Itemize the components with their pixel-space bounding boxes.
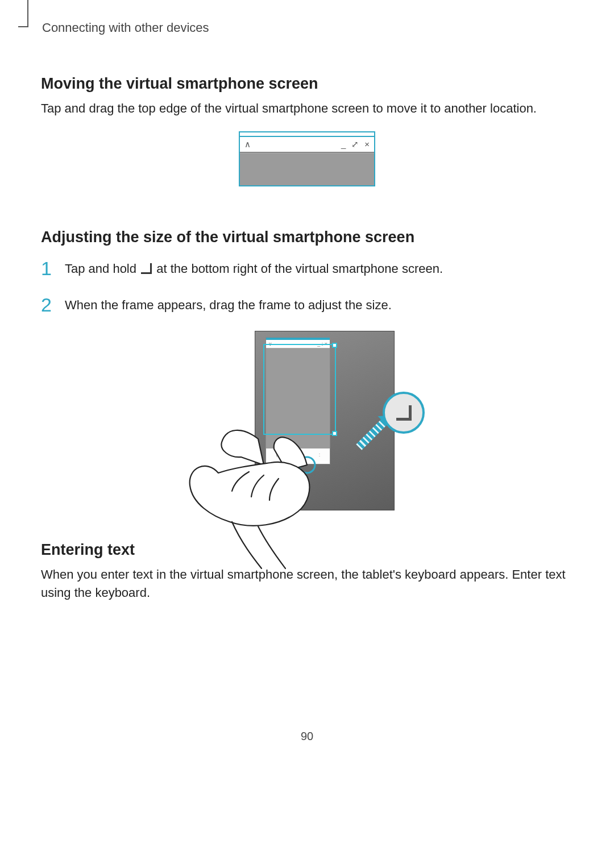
minimize-icon: _ [341, 139, 346, 149]
header-breadcrumb: Connecting with other devices [41, 20, 573, 35]
virtual-smartphone-window: ∧ _ ⤢ × [239, 131, 375, 186]
page-corner-mark-vertical [27, 0, 28, 26]
numbered-steps: 1 Tap and hold at the bottom right of th… [41, 256, 573, 314]
resize-corner-icon [141, 263, 152, 274]
virtual-window-titlebar: ∧ _ ⤢ × [240, 137, 374, 153]
paragraph-moving-screen: Tap and drag the top edge of the virtual… [41, 99, 573, 118]
figure-virtual-titlebar: ∧ _ ⤢ × [239, 131, 375, 186]
step-number-2: 2 [41, 295, 55, 314]
figure-resize-gesture: ∨ _ : × ⟨ ⌂ : [216, 331, 398, 510]
paragraph-entering-text: When you enter text in the virtual smart… [41, 566, 573, 602]
page-corner-mark-horizontal [18, 26, 28, 27]
virtual-window-drag-bar [240, 132, 374, 137]
close-icon: × [364, 139, 370, 149]
step-1: 1 Tap and hold at the bottom right of th… [41, 256, 573, 278]
heading-moving-screen: Moving the virtual smartphone screen [41, 75, 573, 93]
heading-adjusting-size: Adjusting the size of the virtual smartp… [41, 229, 573, 246]
virtual-window-body [240, 153, 374, 185]
resize-corner-callout [383, 392, 425, 434]
step-1-text-after: at the bottom right of the virtual smart… [156, 261, 443, 276]
resize-handle-top-right [332, 343, 337, 348]
page-number: 90 [0, 730, 614, 743]
hand-gesture-illustration [173, 359, 389, 570]
resize-corner-icon-large [396, 405, 412, 421]
chevron-up-icon: ∧ [244, 139, 251, 149]
step-1-text: Tap and hold at the bottom right of the … [65, 260, 443, 278]
expand-icon: ⤢ [351, 139, 359, 149]
step-1-text-before: Tap and hold [65, 261, 140, 276]
step-2: 2 When the frame appears, drag the frame… [41, 293, 573, 314]
step-2-text: When the frame appears, drag the frame t… [65, 297, 392, 314]
step-number-1: 1 [41, 259, 55, 278]
